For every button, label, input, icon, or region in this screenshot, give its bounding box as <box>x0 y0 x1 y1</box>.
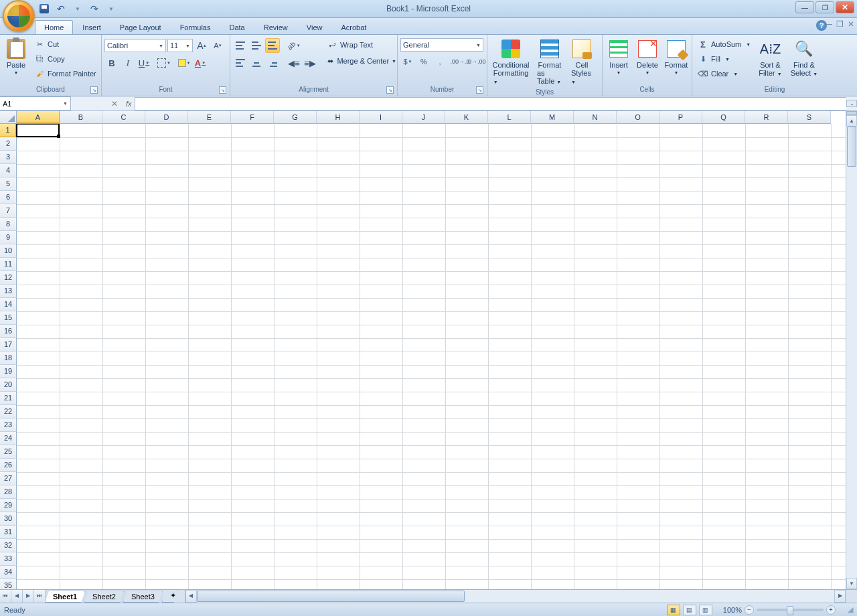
row-header-20[interactable]: 20 <box>0 378 17 392</box>
merge-center-button[interactable]: ⬌Merge & Center▼ <box>324 54 399 68</box>
fx-icon[interactable]: fx <box>126 100 132 108</box>
align-middle-button[interactable] <box>249 38 264 53</box>
new-sheet-button[interactable]: ✦ <box>162 590 178 603</box>
row-header-31[interactable]: 31 <box>0 526 17 539</box>
minimize-button[interactable]: — <box>795 1 814 13</box>
autosum-button[interactable]: ΣAutoSum▼ <box>695 37 753 51</box>
italic-button[interactable]: I <box>121 56 135 70</box>
select-all-corner[interactable] <box>0 111 17 124</box>
cells-area[interactable] <box>17 124 846 589</box>
col-header-D[interactable]: D <box>145 111 188 124</box>
row-header-27[interactable]: 27 <box>0 472 17 485</box>
align-center-button[interactable] <box>249 56 264 70</box>
sheet-nav-prev[interactable]: ◀ <box>11 590 23 603</box>
sheet-tab-sheet3[interactable]: Sheet3 <box>123 591 163 603</box>
col-header-P[interactable]: P <box>659 111 702 124</box>
tab-insert[interactable]: Insert <box>73 20 110 34</box>
active-cell[interactable] <box>16 124 60 137</box>
decrease-decimal-button[interactable]: .0→.00 <box>469 54 483 69</box>
qat-save[interactable] <box>37 2 51 15</box>
row-header-16[interactable]: 16 <box>0 325 17 338</box>
tab-acrobat[interactable]: Acrobat <box>331 20 376 34</box>
qat-undo-more[interactable]: ▼ <box>71 2 84 15</box>
sort-filter-button[interactable]: A⁞Z Sort & Filter ▼ <box>755 36 785 80</box>
row-header-30[interactable]: 30 <box>0 512 17 526</box>
row-header-4[interactable]: 4 <box>0 164 17 177</box>
sheet-nav-first[interactable]: ⏮ <box>0 590 11 603</box>
row-header-26[interactable]: 26 <box>0 459 17 472</box>
doc-minimize[interactable]: — <box>824 20 833 29</box>
comma-format-button[interactable]: , <box>433 54 447 69</box>
align-bottom-button[interactable] <box>265 38 280 53</box>
insert-cells-button[interactable]: Insert ▼ <box>605 36 632 79</box>
font-launcher[interactable]: ↘ <box>219 86 226 94</box>
expand-formula-bar[interactable]: ⌄ <box>846 100 857 107</box>
align-right-button[interactable] <box>265 56 280 70</box>
tab-data[interactable]: Data <box>220 20 254 34</box>
cancel-formula-button[interactable]: ✕ <box>106 97 123 110</box>
normal-view-button[interactable]: ▦ <box>667 605 680 615</box>
doc-close[interactable]: ✕ <box>846 20 856 29</box>
page-break-view-button[interactable]: ▥ <box>699 605 712 615</box>
sheet-nav-next[interactable]: ▶ <box>23 590 34 603</box>
orientation-button[interactable]: ab▼ <box>287 38 301 53</box>
col-header-E[interactable]: E <box>188 111 231 124</box>
fill-button[interactable]: ⬇Fill▼ <box>695 52 753 66</box>
row-header-33[interactable]: 33 <box>0 552 17 566</box>
decrease-indent-button[interactable]: ◀≡ <box>287 56 301 70</box>
sheet-nav-last[interactable]: ⏭ <box>34 590 46 603</box>
sheet-tab-sheet2[interactable]: Sheet2 <box>84 591 124 603</box>
row-header-23[interactable]: 23 <box>0 418 17 432</box>
row-header-2[interactable]: 2 <box>0 137 17 151</box>
sheet-tab-sheet1[interactable]: Sheet1 <box>45 591 85 603</box>
vertical-scrollbar[interactable]: ▲ ▼ <box>846 111 857 589</box>
col-header-S[interactable]: S <box>788 111 831 124</box>
qat-redo[interactable]: ↷ <box>88 2 101 15</box>
increase-font-button[interactable]: A▴ <box>194 38 209 53</box>
zoom-out-button[interactable]: − <box>745 605 754 615</box>
row-header-25[interactable]: 25 <box>0 445 17 459</box>
increase-decimal-button[interactable]: .00→.0 <box>453 54 467 69</box>
horizontal-scrollbar[interactable]: ◀ ▶ <box>185 590 846 603</box>
col-header-J[interactable]: J <box>402 111 445 124</box>
row-header-34[interactable]: 34 <box>0 566 17 579</box>
row-header-22[interactable]: 22 <box>0 405 17 418</box>
row-header-15[interactable]: 15 <box>0 311 17 325</box>
cell-styles-button[interactable]: Cell Styles ▼ <box>568 36 596 88</box>
cut-button[interactable]: ✂Cut <box>31 37 99 51</box>
alignment-launcher[interactable]: ↘ <box>386 86 394 94</box>
col-header-O[interactable]: O <box>617 111 659 124</box>
row-header-9[interactable]: 9 <box>0 231 17 244</box>
col-header-L[interactable]: L <box>488 111 531 124</box>
row-header-14[interactable]: 14 <box>0 298 17 311</box>
row-header-24[interactable]: 24 <box>0 432 17 445</box>
format-as-table-button[interactable]: Format as Table ▼ <box>534 36 566 88</box>
row-header-8[interactable]: 8 <box>0 218 17 231</box>
paste-button[interactable]: Paste ▼ <box>3 36 29 79</box>
decrease-font-button[interactable]: A▾ <box>210 38 225 53</box>
row-header-5[interactable]: 5 <box>0 177 17 191</box>
maximize-button[interactable]: ❐ <box>815 1 834 13</box>
conditional-formatting-button[interactable]: Conditional Formatting ▼ <box>490 36 532 88</box>
qat-undo[interactable]: ↶ <box>54 2 68 15</box>
border-button[interactable]: ▼ <box>157 56 171 70</box>
col-header-C[interactable]: C <box>102 111 145 124</box>
scroll-up-button[interactable]: ▲ <box>846 115 857 127</box>
col-header-G[interactable]: G <box>274 111 317 124</box>
row-header-17[interactable]: 17 <box>0 338 17 352</box>
scroll-down-button[interactable]: ▼ <box>846 578 857 589</box>
increase-indent-button[interactable]: ≡▶ <box>303 56 317 70</box>
qat-customize[interactable]: ▼ <box>104 2 118 15</box>
fill-color-button[interactable]: ▼ <box>177 56 191 70</box>
col-header-B[interactable]: B <box>60 111 102 124</box>
row-header-6[interactable]: 6 <box>0 191 17 204</box>
col-header-Q[interactable]: Q <box>702 111 745 124</box>
resize-grip[interactable]: ◢ <box>848 605 853 614</box>
align-left-button[interactable] <box>233 56 248 70</box>
scroll-right-button[interactable]: ▶ <box>834 590 846 603</box>
accounting-format-button[interactable]: $▼ <box>400 54 415 69</box>
vscroll-thumb[interactable] <box>847 127 856 167</box>
col-header-R[interactable]: R <box>745 111 788 124</box>
clipboard-launcher[interactable]: ↘ <box>90 86 98 94</box>
number-launcher[interactable]: ↘ <box>476 86 483 94</box>
